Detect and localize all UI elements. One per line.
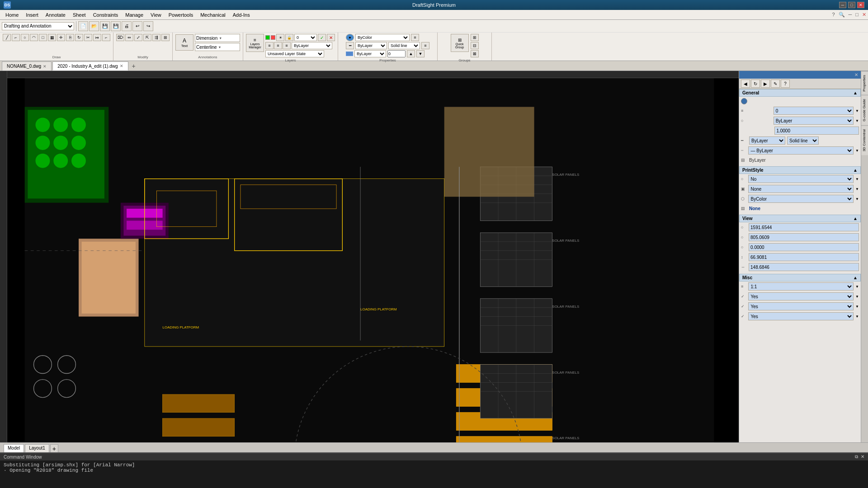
menu-item-manage[interactable]: Manage (122, 11, 147, 19)
view2-input[interactable] (749, 233, 859, 241)
linetype-select[interactable]: Solid line (388, 42, 420, 49)
print-btn[interactable]: 🖨 (122, 21, 132, 31)
menu-item-mechanical[interactable]: Mechanical (197, 11, 229, 19)
centerline-btn[interactable]: Centerline▼ (195, 43, 240, 51)
menu-item-constraints[interactable]: Constraints (90, 11, 122, 19)
layers-manager-btn[interactable]: ≡ Layers Manager (246, 34, 264, 52)
tab-noname[interactable]: NONAME_0.dwg ✕ (2, 61, 52, 70)
scale-btn[interactable]: ⤢ (134, 34, 142, 41)
minimize-button[interactable]: ─ (839, 2, 846, 8)
lineweight-select[interactable]: ByLayer (749, 136, 785, 145)
side-tab-3d[interactable]: 3D Contentral (861, 125, 868, 155)
tab-industry-close[interactable]: ✕ (120, 64, 123, 68)
bylayer-select2[interactable]: ByLayer (355, 42, 387, 49)
side-tab-properties[interactable]: Properties (861, 71, 868, 95)
menu-item-insert[interactable]: Insert (22, 11, 42, 19)
prop-icon3[interactable]: ≡ (421, 42, 429, 49)
canvas[interactable]: LOADING PLATFORM LOADING PLATFORM SOLAR … (0, 71, 739, 442)
hatch-btn[interactable]: ▦ (48, 34, 56, 41)
panel-refresh-btn[interactable]: ↻ (751, 80, 760, 88)
copy-btn[interactable]: ⎘ (66, 34, 74, 41)
command-content[interactable]: Substituting [arsimp.shx] for [Arial Nar… (0, 460, 868, 488)
layout-model-tab[interactable]: Model (4, 444, 24, 452)
panel-select-btn[interactable]: ▶ (761, 80, 770, 88)
print2-select[interactable]: None (748, 185, 854, 193)
groups-tool1[interactable]: ⊞ (471, 34, 479, 41)
misc4-select[interactable]: Yes (748, 312, 854, 320)
layout-add-btn[interactable]: + (50, 444, 58, 452)
tab-industry[interactable]: 2020 - Industry A_edit (1).dwg ✕ (52, 61, 128, 70)
panel-close-btn[interactable]: ✕ (854, 72, 858, 77)
winmax-icon[interactable]: □ (855, 12, 859, 18)
layer-tool1[interactable]: ≡ (265, 42, 274, 49)
misc-section-header[interactable]: Misc ▲ (739, 274, 861, 282)
line-btn[interactable]: ╱ (3, 34, 11, 41)
layer-state-select[interactable]: Unsaved Layer State (265, 50, 324, 57)
menu-item-addins[interactable]: Add-Ins (229, 11, 254, 19)
winmin-icon[interactable]: ─ (849, 12, 852, 18)
save-btn[interactable]: 💾 (100, 21, 110, 31)
mirror-btn[interactable]: ⇔ (125, 34, 133, 41)
close-button[interactable]: ✕ (857, 2, 864, 8)
linestyle-select[interactable]: Solid line (787, 136, 819, 145)
dimension-btn[interactable]: Dimension▼ (195, 34, 240, 42)
quick-group-btn[interactable]: ⊞ Quick Group (451, 34, 469, 52)
erase-btn[interactable]: ⌦ (116, 34, 124, 41)
layer-tool2[interactable]: ≡ (274, 42, 282, 49)
menu-item-annotate[interactable]: Annotate (42, 11, 69, 19)
scale-value-input[interactable] (774, 127, 859, 135)
panel-back-btn[interactable]: ◀ (741, 80, 750, 88)
panel-help-btn[interactable]: ? (781, 80, 790, 88)
tab-add[interactable]: + (129, 61, 138, 70)
print3-select[interactable]: ByColor (748, 195, 854, 203)
cmd-close-btn[interactable]: ✕ (861, 454, 864, 460)
tab-noname-close[interactable]: ✕ (43, 64, 47, 69)
layer-value-select[interactable]: 0 (774, 107, 854, 115)
polyline-btn[interactable]: ⌐ (12, 34, 20, 41)
linetype-value-select[interactable]: ByLayer (774, 117, 854, 125)
text-big-btn[interactable]: A Text (175, 34, 193, 51)
arc-btn[interactable]: ◠ (30, 34, 38, 41)
rotate-btn[interactable]: ↻ (75, 34, 83, 41)
undo-btn[interactable]: ↩ (132, 21, 142, 31)
layout-layout1-tab[interactable]: Layout1 (25, 444, 49, 452)
printstyle-section-header[interactable]: PrintStyle ▲ (739, 166, 861, 174)
lineweight-up[interactable]: ▲ (407, 50, 415, 57)
stretch-btn[interactable]: ⇱ (143, 34, 151, 41)
groups-tool3[interactable]: ⊠ (471, 50, 479, 57)
menu-item-powertools[interactable]: Powertools (165, 11, 197, 19)
layer-lock-icon[interactable]: 🔒 (285, 34, 293, 41)
fillet-btn[interactable]: ⌐ (102, 34, 110, 41)
maximize-button[interactable]: □ (848, 2, 855, 8)
layer-x-icon[interactable]: ✕ (327, 34, 335, 41)
move-btn[interactable]: ✛ (57, 34, 65, 41)
bylayer-select[interactable]: ByLayer (292, 42, 332, 49)
help-icon[interactable]: ? (832, 12, 835, 18)
workspace-dropdown[interactable]: Drafting and Annotation (2, 22, 74, 30)
menu-item-sheet[interactable]: Sheet (69, 11, 90, 19)
bylayer-select3[interactable]: ByLayer (354, 50, 386, 57)
redo-btn[interactable]: ↪ (143, 21, 153, 31)
print1-select[interactable]: No (748, 175, 854, 183)
lineweight-input[interactable] (387, 50, 406, 57)
trim-btn[interactable]: ✂ (84, 34, 92, 41)
view4-input[interactable] (749, 253, 859, 261)
linetype2-select[interactable]: — ByLayer (748, 146, 854, 155)
general-section-header[interactable]: General ▲ (739, 89, 861, 97)
menu-item-view[interactable]: View (147, 11, 165, 19)
panel-edit-btn[interactable]: ✎ (771, 80, 780, 88)
layer-number-select[interactable]: 0 (294, 34, 317, 41)
prop-extra1[interactable]: ≡ (411, 34, 419, 41)
extend-btn[interactable]: ↦ (93, 34, 101, 41)
layer-sun-icon[interactable]: ☀ (276, 34, 284, 41)
color-select[interactable]: ByColor (355, 34, 410, 41)
open-btn[interactable]: 📂 (89, 21, 99, 31)
view3-input[interactable] (749, 243, 859, 251)
misc2-select[interactable]: Yes (748, 292, 854, 300)
misc3-select[interactable]: Yes (748, 302, 854, 310)
cmd-float-btn[interactable]: ⧉ (855, 454, 858, 460)
saveas-btn[interactable]: 💾 (111, 21, 121, 31)
misc1-select[interactable]: 1:1 (748, 282, 854, 291)
view5-input[interactable] (749, 263, 859, 271)
new-btn[interactable]: 📄 (78, 21, 88, 31)
